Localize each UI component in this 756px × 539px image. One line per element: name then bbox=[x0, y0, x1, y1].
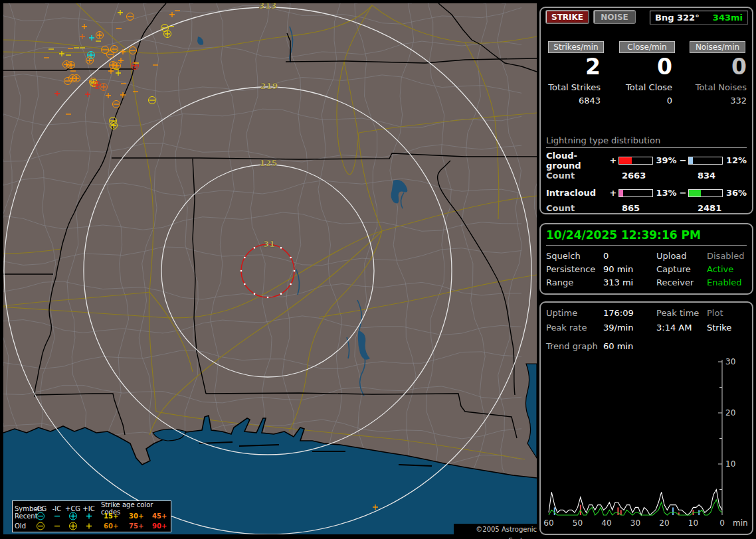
trend-box: Uptime 176:09 Peak time Plot Peak rate 3… bbox=[539, 301, 753, 535]
svg-text:40: 40 bbox=[601, 518, 611, 528]
peak-time-value: 3:14 AM bbox=[656, 323, 692, 333]
range-label: Range bbox=[546, 277, 573, 287]
legend-m-icon bbox=[48, 512, 65, 520]
cg-plus-pct: 39% bbox=[656, 155, 680, 165]
svg-text:30: 30 bbox=[725, 357, 735, 366]
copyright-text: ©2005 Astrogenic Systems bbox=[454, 524, 538, 535]
ic-plus-pct: 13% bbox=[656, 188, 680, 198]
svg-text:219: 219 bbox=[260, 81, 278, 91]
cg-minus-bar bbox=[688, 157, 723, 165]
stats-box: STRIKE NOISE Bng 322° 343mi Strikes/min … bbox=[539, 7, 753, 214]
cloud-ground-counts: Count 2663 834 bbox=[546, 171, 747, 181]
legend-p-icon bbox=[80, 522, 97, 530]
legend-col-pos-cg: +CG bbox=[65, 505, 80, 512]
svg-text:31: 31 bbox=[263, 239, 275, 249]
legend-cp-icon bbox=[65, 512, 80, 520]
svg-text:0: 0 bbox=[719, 518, 725, 528]
intracloud-label: Intracloud bbox=[546, 188, 610, 198]
strikes-per-min-value: 2 bbox=[541, 54, 611, 80]
noises-per-min-value: 0 bbox=[683, 54, 752, 80]
svg-text:313: 313 bbox=[258, 3, 276, 11]
legend-age-code: 60+ bbox=[97, 522, 122, 530]
svg-text:60: 60 bbox=[543, 518, 553, 528]
close-per-min-value: 0 bbox=[611, 54, 683, 80]
legend-row-recent: Recent15+30+45+ bbox=[13, 511, 171, 521]
close-per-min-chip[interactable]: Close/min bbox=[619, 41, 675, 53]
status-row: Squelch 0 Upload Disabled bbox=[546, 251, 747, 264]
persistence-label: Persistence bbox=[546, 264, 595, 274]
lightning-distribution: Lightning type distribution Cloud-ground… bbox=[546, 135, 747, 213]
uptime-label: Uptime bbox=[546, 308, 577, 318]
plot-label: Plot bbox=[707, 308, 723, 318]
svg-text:125: 125 bbox=[259, 158, 277, 168]
persistence-value: 90 min bbox=[603, 264, 633, 274]
total-strikes-value: 6843 bbox=[541, 96, 611, 106]
app-window: { "window": { "copyright": "©2005 Astrog… bbox=[0, 0, 756, 539]
strike-button[interactable]: STRIKE bbox=[546, 11, 589, 23]
datetime-display: 10/24/2025 12:39:16 PM bbox=[546, 228, 747, 246]
cg-minus-pct: 12% bbox=[726, 155, 747, 165]
total-close-value: 0 bbox=[611, 96, 683, 106]
upload-label: Upload bbox=[656, 251, 687, 261]
noise-button[interactable]: NOISE bbox=[594, 11, 635, 23]
cg-plus-bar bbox=[618, 157, 653, 165]
ic-plus-count: 865 bbox=[613, 203, 688, 213]
total-close-label: Total Close bbox=[611, 82, 683, 92]
legend-cm-icon bbox=[33, 512, 48, 520]
legend-col-neg-ic: -IC bbox=[48, 505, 65, 512]
ic-minus-bar bbox=[688, 189, 723, 197]
map-area[interactable]: 31321912531 Symbols -CG -IC +CG +IC Stri… bbox=[3, 3, 537, 539]
capture-status: Active bbox=[707, 264, 733, 274]
noises-per-min-chip[interactable]: Noises/min bbox=[690, 41, 745, 53]
peak-rate-label: Peak rate bbox=[546, 323, 587, 333]
total-noises-value: 332 bbox=[683, 96, 752, 106]
legend-cm-icon bbox=[33, 522, 48, 530]
squelch-value: 0 bbox=[603, 251, 609, 261]
receiver-status: Enabled bbox=[707, 277, 742, 287]
total-noises-label: Total Noises bbox=[683, 82, 752, 92]
bearing-readout: Bng 322° 343mi bbox=[650, 11, 748, 25]
upload-status: Disabled bbox=[707, 251, 744, 261]
bearing-distance: 343mi bbox=[713, 13, 743, 23]
legend-age-code: 30+ bbox=[122, 512, 145, 520]
legend-row-label: Recent bbox=[13, 512, 33, 520]
legend-age-code: 45+ bbox=[145, 512, 171, 520]
stats-row: Uptime 176:09 Peak time Plot bbox=[546, 308, 747, 321]
ic-plus-bar bbox=[618, 189, 653, 197]
legend-row-old: Old60+75+90+ bbox=[13, 521, 171, 531]
range-value: 313 mi bbox=[603, 277, 633, 287]
legend-row-label: Old bbox=[13, 522, 33, 530]
plot-mode-value: Strike bbox=[707, 323, 731, 333]
uptime-value: 176:09 bbox=[603, 308, 634, 318]
capture-label: Capture bbox=[656, 264, 691, 274]
svg-text:20: 20 bbox=[659, 518, 669, 528]
count-label: Count bbox=[546, 203, 613, 213]
cloud-ground-label: Cloud-ground bbox=[546, 151, 610, 171]
status-box: 10/24/2025 12:39:16 PM Squelch 0 Upload … bbox=[539, 223, 753, 295]
trend-graph-label: Trend graph bbox=[546, 341, 598, 351]
legend-age-code: 90+ bbox=[145, 522, 171, 530]
cloud-ground-row: Cloud-ground + 39% − 12% bbox=[546, 155, 747, 165]
legend-col-neg-cg: -CG bbox=[33, 505, 48, 512]
plus-sign: + bbox=[610, 188, 618, 198]
trend-label-row: Trend graph 60 min bbox=[546, 341, 747, 354]
svg-text:20: 20 bbox=[725, 408, 735, 418]
bearing-value: Bng 322° bbox=[655, 13, 700, 23]
distribution-title: Lightning type distribution bbox=[546, 135, 747, 148]
ic-minus-pct: 36% bbox=[726, 188, 747, 198]
legend-m-icon bbox=[48, 522, 65, 530]
svg-text:min: min bbox=[733, 518, 748, 528]
intracloud-counts: Count 865 2481 bbox=[546, 203, 747, 213]
stats-row: Peak rate 39/min 3:14 AM Strike bbox=[546, 323, 747, 336]
plus-sign: + bbox=[610, 155, 618, 165]
svg-text:10: 10 bbox=[725, 459, 735, 469]
trend-graph: 1020306050403020100min bbox=[543, 354, 751, 531]
minus-sign: − bbox=[680, 155, 688, 165]
legend-symbols-label: Symbols bbox=[13, 505, 33, 512]
strikes-per-min-chip[interactable]: Strikes/min bbox=[548, 41, 604, 53]
legend-p-icon bbox=[80, 512, 97, 520]
legend-col-pos-ic: +IC bbox=[80, 505, 97, 512]
status-row: Range 313 mi Receiver Enabled bbox=[546, 277, 747, 291]
cg-minus-count: 834 bbox=[688, 171, 715, 181]
status-row: Persistence 90 min Capture Active bbox=[546, 264, 747, 277]
